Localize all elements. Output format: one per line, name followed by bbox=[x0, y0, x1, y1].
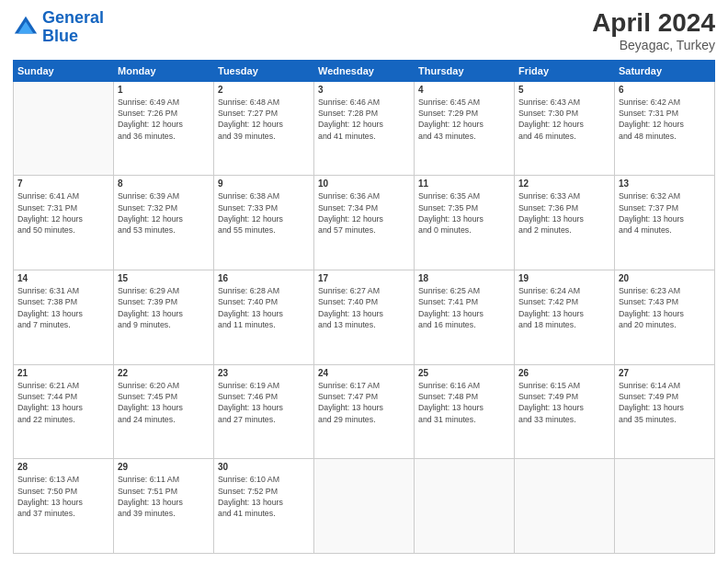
day-number: 25 bbox=[418, 368, 510, 378]
calendar-day-cell bbox=[415, 459, 515, 554]
day-info: Sunrise: 6:17 AM Sunset: 7:47 PM Dayligh… bbox=[318, 380, 410, 425]
day-info: Sunrise: 6:38 AM Sunset: 7:33 PM Dayligh… bbox=[218, 190, 310, 236]
day-number: 14 bbox=[17, 273, 109, 283]
day-number: 11 bbox=[418, 178, 510, 189]
calendar-day-header: Thursday bbox=[415, 60, 515, 81]
day-info: Sunrise: 6:42 AM Sunset: 7:31 PM Dayligh… bbox=[619, 97, 711, 142]
calendar-day-cell: 9Sunrise: 6:38 AM Sunset: 7:33 PM Daylig… bbox=[214, 176, 314, 270]
calendar-day-header: Friday bbox=[515, 60, 615, 81]
calendar-day-cell: 12Sunrise: 6:33 AM Sunset: 7:36 PM Dayli… bbox=[515, 176, 615, 270]
day-info: Sunrise: 6:24 AM Sunset: 7:42 PM Dayligh… bbox=[518, 285, 610, 330]
calendar-day-cell: 17Sunrise: 6:27 AM Sunset: 7:40 PM Dayli… bbox=[314, 270, 415, 365]
day-number: 17 bbox=[318, 273, 410, 283]
day-number: 13 bbox=[619, 178, 711, 189]
logo-text: General Blue bbox=[42, 9, 104, 46]
day-number: 16 bbox=[218, 273, 310, 283]
calendar-day-cell: 22Sunrise: 6:20 AM Sunset: 7:45 PM Dayli… bbox=[114, 364, 214, 459]
day-info: Sunrise: 6:39 AM Sunset: 7:32 PM Dayligh… bbox=[118, 190, 210, 236]
day-info: Sunrise: 6:16 AM Sunset: 7:48 PM Dayligh… bbox=[418, 380, 510, 425]
day-info: Sunrise: 6:31 AM Sunset: 7:38 PM Dayligh… bbox=[17, 285, 109, 330]
calendar-day-cell: 16Sunrise: 6:28 AM Sunset: 7:40 PM Dayli… bbox=[214, 270, 314, 365]
header: General Blue April 2024 Beyagac, Turkey bbox=[13, 9, 715, 52]
day-number: 1 bbox=[118, 85, 210, 95]
day-info: Sunrise: 6:21 AM Sunset: 7:44 PM Dayligh… bbox=[17, 380, 109, 425]
day-number: 21 bbox=[17, 368, 109, 378]
day-number: 3 bbox=[318, 85, 410, 95]
calendar-day-cell: 5Sunrise: 6:43 AM Sunset: 7:30 PM Daylig… bbox=[515, 81, 615, 176]
day-info: Sunrise: 6:43 AM Sunset: 7:30 PM Dayligh… bbox=[518, 97, 610, 142]
calendar-header-row: SundayMondayTuesdayWednesdayThursdayFrid… bbox=[14, 60, 715, 81]
calendar-day-cell: 28Sunrise: 6:13 AM Sunset: 7:50 PM Dayli… bbox=[14, 459, 114, 554]
day-info: Sunrise: 6:25 AM Sunset: 7:41 PM Dayligh… bbox=[418, 285, 510, 330]
day-number: 12 bbox=[518, 178, 610, 189]
day-number: 27 bbox=[619, 368, 711, 378]
day-info: Sunrise: 6:23 AM Sunset: 7:43 PM Dayligh… bbox=[619, 285, 711, 330]
day-info: Sunrise: 6:45 AM Sunset: 7:29 PM Dayligh… bbox=[418, 97, 510, 142]
day-number: 23 bbox=[218, 368, 310, 378]
calendar-day-cell: 14Sunrise: 6:31 AM Sunset: 7:38 PM Dayli… bbox=[14, 270, 114, 365]
day-info: Sunrise: 6:46 AM Sunset: 7:28 PM Dayligh… bbox=[318, 97, 410, 142]
day-info: Sunrise: 6:10 AM Sunset: 7:52 PM Dayligh… bbox=[218, 474, 310, 519]
calendar-day-cell: 20Sunrise: 6:23 AM Sunset: 7:43 PM Dayli… bbox=[615, 270, 715, 365]
day-number: 26 bbox=[518, 368, 610, 378]
calendar-week-row: 21Sunrise: 6:21 AM Sunset: 7:44 PM Dayli… bbox=[14, 364, 715, 459]
day-info: Sunrise: 6:35 AM Sunset: 7:35 PM Dayligh… bbox=[418, 190, 510, 236]
day-number: 22 bbox=[118, 368, 210, 378]
calendar-week-row: 1Sunrise: 6:49 AM Sunset: 7:26 PM Daylig… bbox=[14, 81, 715, 176]
page: General Blue April 2024 Beyagac, Turkey … bbox=[0, 0, 728, 563]
day-number: 10 bbox=[318, 178, 410, 189]
calendar-week-row: 7Sunrise: 6:41 AM Sunset: 7:31 PM Daylig… bbox=[14, 176, 715, 270]
calendar-day-header: Monday bbox=[114, 60, 214, 81]
day-info: Sunrise: 6:15 AM Sunset: 7:49 PM Dayligh… bbox=[518, 380, 610, 425]
day-info: Sunrise: 6:32 AM Sunset: 7:37 PM Dayligh… bbox=[619, 190, 711, 236]
day-info: Sunrise: 6:41 AM Sunset: 7:31 PM Dayligh… bbox=[17, 190, 109, 236]
day-number: 2 bbox=[218, 85, 310, 95]
day-number: 6 bbox=[619, 85, 711, 95]
calendar-week-row: 14Sunrise: 6:31 AM Sunset: 7:38 PM Dayli… bbox=[14, 270, 715, 365]
calendar-day-cell: 30Sunrise: 6:10 AM Sunset: 7:52 PM Dayli… bbox=[214, 459, 314, 554]
day-info: Sunrise: 6:49 AM Sunset: 7:26 PM Dayligh… bbox=[118, 97, 210, 142]
day-info: Sunrise: 6:36 AM Sunset: 7:34 PM Dayligh… bbox=[318, 190, 410, 236]
calendar-day-cell: 6Sunrise: 6:42 AM Sunset: 7:31 PM Daylig… bbox=[615, 81, 715, 176]
day-info: Sunrise: 6:28 AM Sunset: 7:40 PM Dayligh… bbox=[218, 285, 310, 330]
calendar-day-cell: 15Sunrise: 6:29 AM Sunset: 7:39 PM Dayli… bbox=[114, 270, 214, 365]
calendar-day-cell: 10Sunrise: 6:36 AM Sunset: 7:34 PM Dayli… bbox=[314, 176, 415, 270]
day-number: 15 bbox=[118, 273, 210, 283]
calendar-day-cell: 18Sunrise: 6:25 AM Sunset: 7:41 PM Dayli… bbox=[415, 270, 515, 365]
calendar-day-cell: 4Sunrise: 6:45 AM Sunset: 7:29 PM Daylig… bbox=[415, 81, 515, 176]
logo-line1: General bbox=[42, 8, 104, 27]
day-number: 28 bbox=[17, 462, 109, 472]
day-number: 4 bbox=[418, 85, 510, 95]
main-title: April 2024 bbox=[592, 9, 715, 38]
calendar-day-cell: 26Sunrise: 6:15 AM Sunset: 7:49 PM Dayli… bbox=[515, 364, 615, 459]
calendar-day-cell: 19Sunrise: 6:24 AM Sunset: 7:42 PM Dayli… bbox=[515, 270, 615, 365]
calendar-day-cell: 13Sunrise: 6:32 AM Sunset: 7:37 PM Dayli… bbox=[615, 176, 715, 270]
calendar-day-header: Tuesday bbox=[214, 60, 314, 81]
calendar-day-cell: 8Sunrise: 6:39 AM Sunset: 7:32 PM Daylig… bbox=[114, 176, 214, 270]
day-number: 18 bbox=[418, 273, 510, 283]
subtitle: Beyagac, Turkey bbox=[592, 38, 715, 52]
day-info: Sunrise: 6:27 AM Sunset: 7:40 PM Dayligh… bbox=[318, 285, 410, 330]
calendar-day-cell: 21Sunrise: 6:21 AM Sunset: 7:44 PM Dayli… bbox=[14, 364, 114, 459]
calendar-day-cell: 7Sunrise: 6:41 AM Sunset: 7:31 PM Daylig… bbox=[14, 176, 114, 270]
logo-line2: Blue bbox=[42, 27, 78, 45]
calendar-day-header: Wednesday bbox=[314, 60, 415, 81]
calendar-day-cell: 23Sunrise: 6:19 AM Sunset: 7:46 PM Dayli… bbox=[214, 364, 314, 459]
calendar-table: SundayMondayTuesdayWednesdayThursdayFrid… bbox=[13, 60, 715, 554]
calendar-day-cell bbox=[615, 459, 715, 554]
calendar-day-cell bbox=[14, 81, 114, 176]
day-info: Sunrise: 6:19 AM Sunset: 7:46 PM Dayligh… bbox=[218, 380, 310, 425]
calendar-day-cell bbox=[314, 459, 415, 554]
calendar-day-cell: 1Sunrise: 6:49 AM Sunset: 7:26 PM Daylig… bbox=[114, 81, 214, 176]
calendar-day-cell: 29Sunrise: 6:11 AM Sunset: 7:51 PM Dayli… bbox=[114, 459, 214, 554]
calendar-day-cell: 2Sunrise: 6:48 AM Sunset: 7:27 PM Daylig… bbox=[214, 81, 314, 176]
day-info: Sunrise: 6:14 AM Sunset: 7:49 PM Dayligh… bbox=[619, 380, 711, 425]
calendar-week-row: 28Sunrise: 6:13 AM Sunset: 7:50 PM Dayli… bbox=[14, 459, 715, 554]
logo-icon bbox=[13, 15, 39, 40]
calendar-day-cell bbox=[515, 459, 615, 554]
day-number: 7 bbox=[17, 178, 109, 189]
day-number: 5 bbox=[518, 85, 610, 95]
day-number: 19 bbox=[518, 273, 610, 283]
day-number: 24 bbox=[318, 368, 410, 378]
calendar-day-cell: 11Sunrise: 6:35 AM Sunset: 7:35 PM Dayli… bbox=[415, 176, 515, 270]
